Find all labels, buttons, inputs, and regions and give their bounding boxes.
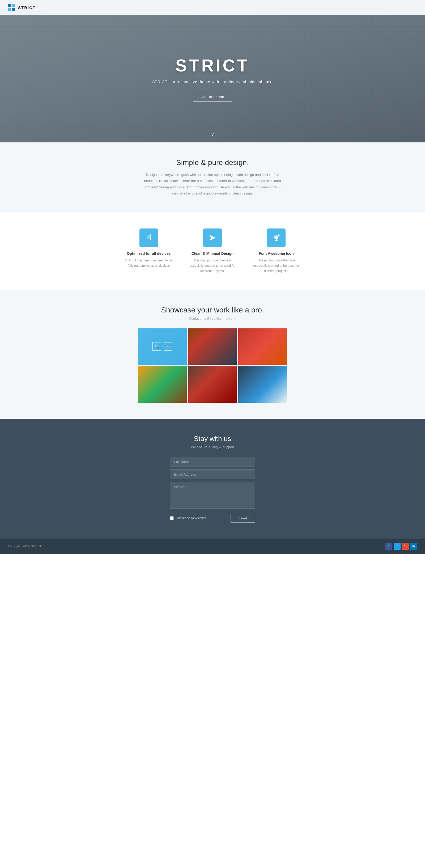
portfolio-item-5[interactable]: 🔍 🔗 [188,366,237,403]
twitter-icon[interactable]: t [394,543,400,550]
showcase-section: Showcase your work like a pro. Contact m… [0,290,425,419]
link-icon-2[interactable]: 🔗 [214,342,222,351]
contact-form: Subscribe Newsletter Send [170,457,255,523]
feature-item-1: Optimized for all devices STRICT has bee… [125,228,173,274]
footer-copyright: Copyrights 2014, STRICT [8,545,41,548]
zoom-icon-4[interactable]: 🔍 [153,380,161,389]
svg-rect-4 [276,239,277,241]
feature-title-2: Clean & Minimal Design [189,251,236,256]
zoom-icon-3[interactable]: 🔍 [253,342,261,351]
portfolio-item-2[interactable]: 🔍 🔗 [188,329,237,365]
hero-subtitle: STRICT is a responsive theme with a a cl… [152,80,273,84]
link-icon-3[interactable]: 🔗 [264,342,272,351]
portfolio-overlay-1: 🔍 🔗 [138,329,187,365]
googleplus-icon[interactable]: g+ [402,543,409,550]
svg-point-2 [149,239,149,239]
showcase-heading: Showcase your work like a pro. [5,306,420,314]
feature-desc-3: This multipurpose theme is especially cr… [252,258,300,274]
feature-desc-2: This multipurpose theme is especially cr… [189,258,236,274]
link-icon-5[interactable]: 🔗 [214,380,222,389]
footer: Copyrights 2014, STRICT f t g+ in [0,538,425,554]
subscribe-text: Subscribe Newsletter [176,516,206,520]
subscribe-checkbox[interactable] [170,516,174,520]
contact-section: Stay with us We ensure quality & support… [0,419,425,538]
intro-section: Simple & pure design. Designers everywhe… [0,143,425,213]
feature-item-3: Font Awesome Icon This multipurpose them… [252,228,300,274]
hero-content: STRICT STRICT is a responsive theme with… [152,56,273,102]
contact-heading: Stay with us [5,435,420,443]
zoom-icon-5[interactable]: 🔍 [203,380,211,389]
email-input[interactable] [170,469,255,479]
link-icon-4[interactable]: 🔗 [164,380,172,389]
link-icon[interactable]: 🔗 [164,342,172,351]
header: STRICT [0,0,425,15]
features-section: Optimized for all devices STRICT has bee… [0,213,425,290]
contact-sub: We ensure quality & support [5,445,420,449]
facebook-icon[interactable]: f [385,543,392,550]
showcase-sub: Contact me if you like my work. [5,316,420,320]
zoom-icon[interactable]: 🔍 [153,342,161,351]
logo-text: STRICT [18,5,36,10]
send-button[interactable]: Send [231,514,255,523]
zoom-icon-6[interactable]: 🔍 [253,380,261,389]
svg-rect-5 [275,241,277,241]
feature-title-3: Font Awesome Icon [252,251,300,256]
feature-item-2: Clean & Minimal Design This multipurpose… [189,228,236,274]
portfolio-item-3[interactable]: 🔍 🔗 [238,329,287,365]
feature-title-1: Optimized for all devices [125,251,173,256]
feature-icon-3 [267,228,286,247]
svg-point-6 [277,235,279,237]
intro-body: Designers everywhere gush with admiratio… [143,172,282,196]
hero-cta-button[interactable]: Call to action [193,92,232,102]
svg-marker-3 [210,235,216,241]
hero-title: STRICT [152,56,273,75]
portfolio-item-1[interactable]: 🔍 🔗 [138,329,187,365]
logo-icon [8,4,15,11]
svg-rect-1 [148,235,150,239]
full-name-input[interactable] [170,457,255,467]
link-icon-6[interactable]: 🔗 [264,380,272,389]
form-bottom: Subscribe Newsletter Send [170,514,255,523]
hero-section: STRICT STRICT is a responsive theme with… [0,15,425,143]
feature-icon-2 [203,228,222,247]
portfolio-item-6[interactable]: 🔍 🔗 [238,366,287,403]
message-input[interactable] [170,482,255,508]
hero-chevron: ∨ [210,131,215,137]
portfolio-grid: 🔍 🔗 🔍 🔗 🔍 🔗 🔍 🔗 🔍 🔗 [138,329,287,403]
intro-heading: Simple & pure design. [5,158,420,167]
feature-desc-1: STRICT has been designed to be fully res… [125,258,173,269]
portfolio-item-4[interactable]: 🔍 🔗 [138,366,187,403]
subscribe-label[interactable]: Subscribe Newsletter [170,516,206,520]
feature-icon-1 [139,228,158,247]
linkedin-icon[interactable]: in [410,543,417,550]
zoom-icon-2[interactable]: 🔍 [203,342,211,351]
social-icons: f t g+ in [385,543,417,550]
